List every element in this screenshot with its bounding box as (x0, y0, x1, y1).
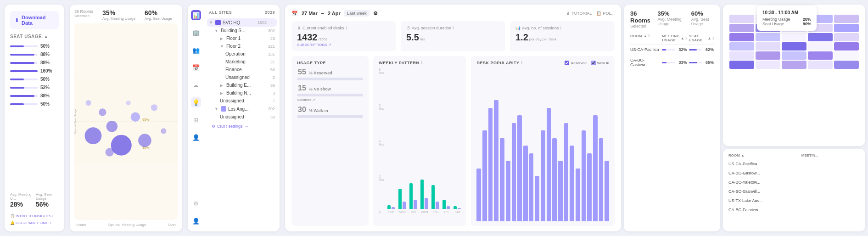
fr-room-row[interactable]: US-TX-Lake Aus... (727, 197, 862, 204)
subscriptions-link[interactable]: SUBSCRIPTIONS ↗ (297, 43, 391, 47)
x-axis-labels: Under Optimal Meeting Usage Over (74, 223, 178, 227)
room-name: US-CA-Pacifica (630, 47, 660, 52)
policy-icon: 📋 (596, 11, 601, 16)
desk-count: 1432 (297, 32, 318, 43)
sidebar-icon-person[interactable]: 👤 (191, 132, 201, 142)
sort-icon-meeting[interactable]: ▲ (681, 36, 684, 40)
download-data-button[interactable]: ⬇ Download Data (10, 11, 59, 29)
tree-item-marketing[interactable]: Marketing 21 (224, 58, 277, 66)
usage-bar-row: 52% (10, 85, 59, 90)
tutorial-icon: 🖥 (566, 11, 570, 16)
svg-point-5 (85, 127, 102, 144)
avg-seat-val: 60% (145, 9, 172, 17)
fr-room-row[interactable]: CA-BC-Gastow... (727, 169, 862, 177)
violators-link[interactable]: Violators ↗ (297, 98, 363, 102)
info-icon-room: ℹ (648, 34, 650, 38)
tree-item-floor2[interactable]: ▼ Floor 2 221 (218, 42, 277, 50)
sidebar-icon-cloud[interactable]: ☁ (191, 80, 201, 90)
sidebar-icon-chart[interactable]: 📊 (191, 10, 201, 20)
desk-bar (593, 115, 598, 221)
fr-room-row[interactable]: US-CA-Pacifica (727, 160, 862, 168)
heat-col (834, 15, 859, 69)
seat-usage-label: SEAT USAGE ▲ (10, 34, 59, 39)
date-selector[interactable]: 📅 27 Mar – 2 Apr Last week ⚙ (291, 10, 378, 17)
settings-icon-date[interactable]: ⚙ (373, 11, 378, 17)
desk-bar (547, 108, 551, 222)
svg-point-8 (111, 135, 132, 156)
policy-link[interactable]: 📋 POL... (596, 11, 615, 16)
sidebar-icon-grid[interactable]: ⊞ (191, 115, 201, 125)
tree-item-losang[interactable]: ▼ Los Ang... 202 (213, 105, 277, 113)
desk-popularity-section: DESK POPULARITY ℹ Reserved Walk In (471, 56, 615, 226)
download-icon: ⬇ (15, 17, 19, 23)
tree-item-unassigned[interactable]: Unassigned 2 (224, 73, 277, 81)
tree-item-svchq[interactable]: ▼ SVC HQ 1502 ⋯ (207, 18, 277, 27)
occupancy-limit-link[interactable]: 🔔 OCCUPANCY LIMIT › (10, 221, 59, 225)
metrics-row: 🖥 Current enabled desks ℹ 1432 /1502 SUB… (291, 21, 615, 51)
expand-icon: ▼ (209, 20, 213, 25)
right-header: 36 Rooms Selected 35% Avg. Meeting Usage… (630, 10, 714, 28)
charts-row: USAGE TYPE 55 % Reserved 15 % No show Vi… (291, 56, 615, 226)
sidebar-icon-list: 📊 🏢 👥 📅 ☁ 💡 ⊞ 👤 ⚙ 👤 (188, 5, 204, 231)
cidr-icon: ⚙ (212, 124, 215, 129)
desk-bar (506, 161, 510, 221)
tree-item-operation[interactable]: Operation 151 (224, 50, 277, 58)
sort-icon-room[interactable]: ▲ (644, 34, 647, 38)
sidebar-icon-settings[interactable]: ⚙ (191, 198, 201, 208)
sidebar-panel: 📊 🏢 👥 📅 ☁ 💡 ⊞ 👤 ⚙ 👤 ALL SITES 2029 ▼ SVC… (188, 5, 280, 231)
usage-type-section: USAGE TYPE 55 % Reserved 15 % No show Vi… (291, 56, 369, 226)
info-icon-weekly: ℹ (421, 61, 423, 65)
desk-icon: 🖥 (297, 26, 301, 30)
desk-bar (476, 169, 481, 222)
bubble-chart: 65%↑ 30%↑ Optimal Seat Usage (74, 23, 178, 220)
desk-bar (523, 146, 528, 221)
desk-bar (582, 130, 586, 221)
sidebar-icon-people[interactable]: 👥 (191, 45, 201, 55)
sort-icon-seat[interactable]: ▲ (707, 36, 711, 40)
avg-seat-value: 56% (36, 201, 59, 208)
dots-menu[interactable]: ⋯ (269, 20, 275, 25)
sidebar-icon-lightbulb[interactable]: 💡 (191, 97, 201, 107)
desk-bar (529, 153, 534, 222)
svg-point-6 (106, 121, 118, 132)
tree-item-buildingn[interactable]: ▶ Building N... 3 (218, 89, 277, 97)
top-bar-actions: 🖥 TUTORIAL 📋 POL... (566, 11, 615, 16)
room-table: ROOM ▲ ℹ MEETING USAGE ▲ ℹ SEAT USAGE ▲ … (630, 32, 714, 70)
fr-room-row[interactable]: CA-BC-Granvill... (727, 188, 862, 195)
tree-item-finance[interactable]: Finance 56 (224, 66, 277, 73)
usage-bar-list: 50% 88% 88% 160% 50% 52% 88% 50% (10, 44, 59, 107)
info-icon3: ℹ (560, 26, 561, 30)
sidebar-icon-user-circle[interactable]: 👤 (191, 216, 201, 226)
right-avg-meeting-val: 35% (657, 10, 684, 17)
desk-bar (488, 108, 493, 222)
tree-item-unassigned3[interactable]: Unassigned 50 (218, 113, 277, 121)
bubble-header: 36 Rooms Selection 35% Avg. Meeting Usag… (74, 9, 178, 21)
tree-item-buildings[interactable]: ▼ Building S... 302 (213, 27, 277, 34)
usage-bar-row: 88% (10, 93, 59, 98)
intro-insights-link[interactable]: 📋 INTRO TO INSIGHTS › (10, 214, 59, 218)
desk-bar (535, 176, 539, 221)
tree-item-buildinge[interactable]: ▶ Building E... 56 (218, 81, 277, 89)
fr-room-row[interactable]: CA-BC-Yaletow... (727, 179, 862, 186)
fr-room-row[interactable]: CA-BC-Fairview (727, 206, 862, 214)
seat-usage-bar: 62% (689, 47, 714, 52)
usage-bar-row: 88% (10, 52, 59, 57)
legend-reserved[interactable]: Reserved (565, 61, 586, 65)
tutorial-link[interactable]: 🖥 TUTORIAL (566, 11, 592, 16)
city-icon (221, 106, 226, 112)
usage-walkin: 30 % Walk-in (297, 106, 363, 118)
weekly-bars-container: Sun Mon Tue Wed (387, 68, 461, 221)
sidebar-icon-calendar[interactable]: 📅 (191, 62, 201, 73)
metric-session-duration: ⏱ Avg. session duration ℹ 5.5 hrs (401, 21, 505, 51)
legend-walkin[interactable]: Walk In (591, 61, 609, 65)
wday-sat: Sat (454, 172, 461, 214)
desk-bar (576, 169, 580, 222)
desk-popularity-bars (476, 68, 609, 221)
sidebar-icon-building[interactable]: 🏢 (191, 28, 201, 38)
tree-item-floor1[interactable]: ▶ Floor 1 23 (218, 34, 277, 42)
clock-icon: ⏱ (406, 26, 410, 30)
cidr-settings-link[interactable]: ⚙ CIDR settings → (207, 121, 277, 131)
room-table-header: ROOM ▲ ℹ MEETING USAGE ▲ ℹ SEAT USAGE ▲ … (630, 32, 714, 45)
heatmap-panel: 10:30 - 11:00 AM Meeting Usage 28% Seat … (723, 5, 865, 146)
tree-item-unassigned2[interactable]: Unassigned 7 (218, 97, 277, 105)
